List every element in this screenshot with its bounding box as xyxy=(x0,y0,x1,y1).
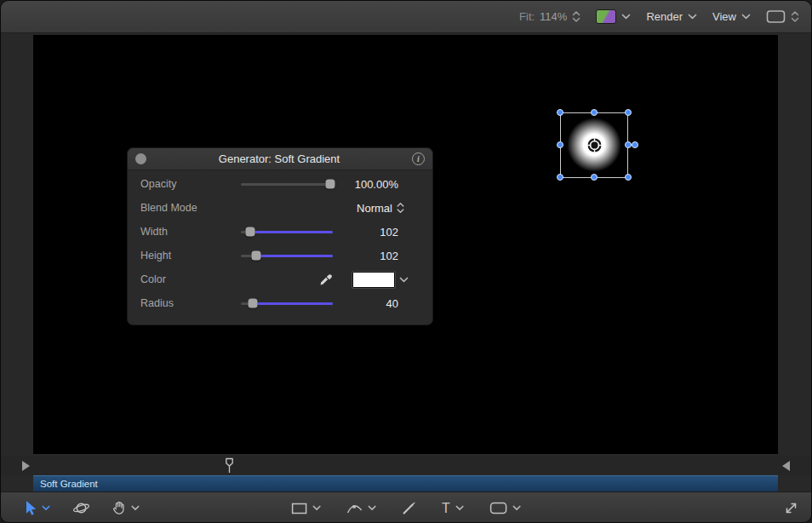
motion-canvas-window: Fit: 114% Render View xyxy=(0,0,812,523)
track-name: Soft Gradient xyxy=(33,479,98,489)
mini-timeline[interactable] xyxy=(1,456,811,475)
arrow-cursor-icon xyxy=(23,500,37,516)
selection-handle[interactable] xyxy=(591,174,598,181)
slider-thumb[interactable] xyxy=(325,180,335,189)
canvas-area: Generator: Soft Gradient i Opacity 100.0… xyxy=(1,33,811,456)
chevron-down-icon[interactable] xyxy=(368,505,376,511)
selection-handle[interactable] xyxy=(591,109,598,116)
timeline-out-marker-icon[interactable] xyxy=(782,461,790,471)
radius-slider[interactable] xyxy=(241,291,333,315)
color-controls xyxy=(241,272,432,288)
gradient-colorwell-icon xyxy=(596,9,616,24)
hud-row-height: Height 102 xyxy=(128,244,432,267)
opacity-label: Opacity xyxy=(140,178,241,190)
view-label: View xyxy=(712,10,736,23)
eyedropper-icon[interactable] xyxy=(318,273,333,287)
height-value[interactable]: 102 xyxy=(333,250,432,262)
chevron-down-icon[interactable] xyxy=(512,505,521,511)
hud-row-radius: Radius 40 xyxy=(128,291,432,315)
gradient-colorwell-menu[interactable] xyxy=(596,9,631,24)
updown-stepper-icon[interactable] xyxy=(572,10,580,23)
opacity-slider[interactable] xyxy=(241,172,333,196)
selection-handle[interactable] xyxy=(557,141,563,148)
transform-3d-tool[interactable] xyxy=(72,501,90,515)
slider-fill xyxy=(256,255,333,257)
rectangle-icon xyxy=(291,503,307,514)
fit-label: Fit: xyxy=(519,10,535,23)
slider-fill xyxy=(253,302,333,305)
slider-thumb[interactable] xyxy=(249,299,258,308)
selection-handle[interactable] xyxy=(625,141,632,148)
info-icon[interactable]: i xyxy=(412,152,425,165)
hud-row-opacity: Opacity 100.00% xyxy=(128,172,432,196)
paint-stroke-tool[interactable] xyxy=(402,501,416,515)
pan-tool[interactable] xyxy=(112,501,140,515)
radius-label: Radius xyxy=(140,297,241,309)
slider-fill xyxy=(250,231,333,233)
shape-tool[interactable] xyxy=(489,502,521,514)
orbit-sphere-icon xyxy=(72,501,90,515)
bezier-curve-icon xyxy=(346,502,363,514)
radius-value[interactable]: 40 xyxy=(333,297,432,310)
chevron-down-icon[interactable] xyxy=(131,505,140,511)
height-label: Height xyxy=(140,250,241,262)
expand-view-button[interactable] xyxy=(784,501,798,515)
color-label: Color xyxy=(140,273,241,285)
chevron-down-icon[interactable] xyxy=(312,505,321,511)
display-options-control[interactable] xyxy=(766,9,799,24)
chevron-down-icon[interactable] xyxy=(455,505,464,511)
slider-thumb[interactable] xyxy=(252,251,261,261)
blend-mode-value: Normal xyxy=(357,202,392,215)
updown-stepper-icon xyxy=(397,202,404,214)
hud-row-color: Color xyxy=(128,267,432,291)
top-toolbar: Fit: 114% Render View xyxy=(1,1,811,33)
hud-panel[interactable]: Generator: Soft Gradient i Opacity 100.0… xyxy=(127,147,433,325)
hud-title-bar[interactable]: Generator: Soft Gradient i xyxy=(128,148,432,170)
hand-icon xyxy=(112,501,126,515)
fit-zoom-control[interactable]: Fit: 114% xyxy=(519,10,580,23)
selection-handle[interactable] xyxy=(625,174,632,181)
width-slider[interactable] xyxy=(241,220,333,244)
bezier-tool[interactable] xyxy=(346,502,376,514)
text-tool-icon: T xyxy=(442,502,450,515)
view-menu[interactable]: View xyxy=(712,10,751,23)
slider-track xyxy=(241,183,333,186)
selection-handle[interactable] xyxy=(557,109,563,116)
chevron-down-icon xyxy=(621,14,631,20)
slider-thumb[interactable] xyxy=(245,227,254,237)
timeline-in-marker-icon[interactable] xyxy=(22,461,30,471)
brush-stroke-icon xyxy=(402,501,416,515)
anchor-target-icon[interactable] xyxy=(586,137,603,153)
fit-value[interactable]: 114% xyxy=(540,10,567,23)
chevron-down-icon xyxy=(741,14,751,20)
render-label: Render xyxy=(646,10,683,23)
chevron-down-icon[interactable] xyxy=(399,277,409,283)
hud-title: Generator: Soft Gradient xyxy=(146,152,412,165)
opacity-value[interactable]: 100.00% xyxy=(333,178,432,191)
text-tool[interactable]: T xyxy=(442,502,464,515)
timeline-track-bar[interactable]: Soft Gradient xyxy=(33,475,778,491)
width-label: Width xyxy=(140,226,241,238)
bottom-toolbar: T xyxy=(1,491,811,523)
rounded-rectangle-icon xyxy=(489,502,507,514)
selection-handle[interactable] xyxy=(632,141,638,148)
hud-row-width: Width 102 xyxy=(128,220,432,244)
render-menu[interactable]: Render xyxy=(646,10,697,23)
blend-mode-popup[interactable]: Normal xyxy=(241,202,432,215)
height-slider[interactable] xyxy=(241,244,333,267)
updown-stepper-icon xyxy=(791,10,799,23)
select-tool[interactable] xyxy=(23,500,50,516)
selection-handle[interactable] xyxy=(557,174,563,181)
diagonal-resize-icon xyxy=(784,501,798,515)
selection-handle[interactable] xyxy=(625,109,632,116)
playhead[interactable] xyxy=(225,457,234,474)
color-swatch[interactable] xyxy=(352,272,395,288)
blend-mode-label: Blend Mode xyxy=(140,202,241,214)
rectangle-mask-tool[interactable] xyxy=(291,503,321,514)
chevron-down-icon[interactable] xyxy=(42,505,50,511)
close-icon[interactable] xyxy=(135,153,146,164)
width-value[interactable]: 102 xyxy=(333,226,432,239)
hud-body: Opacity 100.00% Blend Mode Normal xyxy=(128,170,432,315)
hud-row-blend-mode: Blend Mode Normal xyxy=(128,196,432,220)
display-options-icon xyxy=(766,9,786,24)
